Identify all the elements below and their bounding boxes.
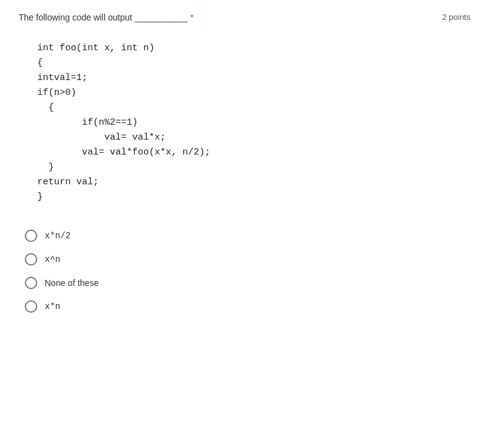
option-label-opt4: x*n [45,302,60,311]
radio-button-opt4[interactable] [25,300,37,313]
option-item[interactable]: x*n/2 [25,230,470,242]
points-label: 2 points [442,12,470,22]
options-container: x*n/2 x^n None of these x*n [19,230,470,313]
option-item[interactable]: x*n [25,300,470,313]
required-star: * [190,12,193,22]
code-block: int foo(int x, int n) { intval=1; if(n>0… [19,35,470,217]
question-text: The following code will output _________… [19,12,194,22]
radio-button-opt1[interactable] [25,230,37,242]
option-item[interactable]: None of these [25,277,470,289]
question-prompt: The following code will output _________… [19,12,187,22]
radio-button-opt2[interactable] [25,253,37,266]
option-label-opt3: None of these [45,278,99,288]
question-header: The following code will output _________… [19,12,470,22]
option-item[interactable]: x^n [25,253,470,266]
radio-button-opt3[interactable] [25,277,37,289]
option-label-opt2: x^n [45,254,60,264]
option-label-opt1: x*n/2 [45,231,71,241]
